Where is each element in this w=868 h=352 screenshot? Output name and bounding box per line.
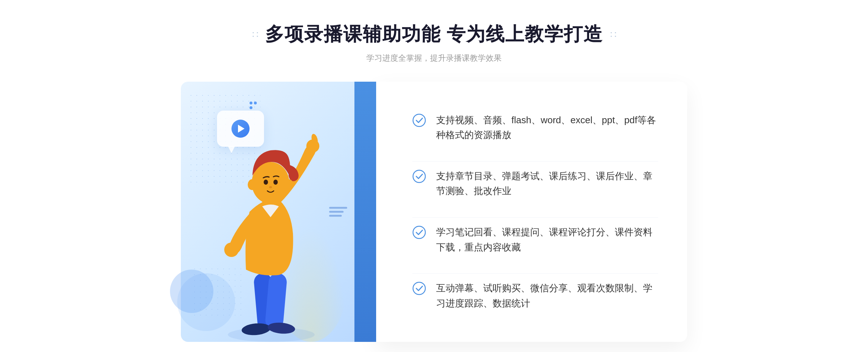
header-section: ∷ 多项录播课辅助功能 专为线上教学打造 ∷ 学习进度全掌握，提升录播课教学效果 bbox=[252, 22, 616, 64]
sparkle-line-2 bbox=[250, 106, 257, 109]
svg-point-10 bbox=[264, 180, 268, 185]
title-wrapper: ∷ 多项录播课辅助功能 专为线上教学打造 ∷ bbox=[252, 22, 616, 47]
page-subtitle: 学习进度全掌握，提升录播课教学效果 bbox=[366, 53, 502, 64]
svg-point-17 bbox=[413, 226, 425, 239]
feature-item-2: 支持章节目录、弹题考试、课后练习、课后作业、章节测验、批改作业 bbox=[412, 161, 658, 206]
feature-item-3: 学习笔记回看、课程提问、课程评论打分、课件资料下载，重点内容收藏 bbox=[412, 217, 658, 262]
feature-text-3: 学习笔记回看、课程提问、课程评论打分、课件资料下载，重点内容收藏 bbox=[436, 225, 658, 255]
sparkle-decoration bbox=[250, 102, 257, 109]
svg-point-12 bbox=[269, 186, 272, 188]
feature-text-2: 支持章节目录、弹题考试、课后练习、课后作业、章节测验、批改作业 bbox=[436, 169, 658, 199]
svg-point-14 bbox=[285, 179, 293, 190]
svg-point-16 bbox=[413, 170, 425, 183]
check-icon-4 bbox=[412, 282, 426, 295]
blue-accent-bar bbox=[354, 82, 376, 342]
feature-item-1: 支持视频、音频、flash、word、excel、ppt、pdf等各种格式的资源… bbox=[412, 106, 658, 150]
sparkle-dot bbox=[250, 106, 252, 109]
sparkle-dot bbox=[254, 102, 257, 104]
sparkle-dot bbox=[250, 102, 252, 104]
svg-point-18 bbox=[413, 282, 425, 295]
svg-point-15 bbox=[413, 114, 425, 126]
page-title: 多项录播课辅助功能 专为线上教学打造 bbox=[265, 22, 603, 47]
person-illustration bbox=[203, 132, 340, 342]
features-panel: 支持视频、音频、flash、word、excel、ppt、pdf等各种格式的资源… bbox=[376, 82, 687, 342]
check-icon-3 bbox=[412, 226, 426, 239]
check-icon-2 bbox=[412, 169, 426, 183]
content-area: » bbox=[181, 82, 687, 342]
svg-point-7 bbox=[224, 242, 239, 257]
page-container: ∷ 多项录播课辅助功能 专为线上教学打造 ∷ 学习进度全掌握，提升录播课教学效果… bbox=[0, 0, 868, 342]
title-decoration-left: ∷ bbox=[252, 29, 258, 40]
title-decoration-right: ∷ bbox=[610, 29, 616, 40]
feature-text-1: 支持视频、音频、flash、word、excel、ppt、pdf等各种格式的资源… bbox=[436, 113, 658, 143]
feature-text-4: 互动弹幕、试听购买、微信分享、观看次数限制、学习进度跟踪、数据统计 bbox=[436, 281, 658, 311]
sparkle-line-1 bbox=[250, 102, 257, 104]
check-icon-1 bbox=[412, 113, 426, 127]
illustration-panel bbox=[181, 82, 376, 342]
svg-point-11 bbox=[273, 180, 278, 185]
feature-item-4: 互动弹幕、试听购买、微信分享、观看次数限制、学习进度跟踪、数据统计 bbox=[412, 273, 658, 318]
svg-point-13 bbox=[248, 179, 256, 190]
